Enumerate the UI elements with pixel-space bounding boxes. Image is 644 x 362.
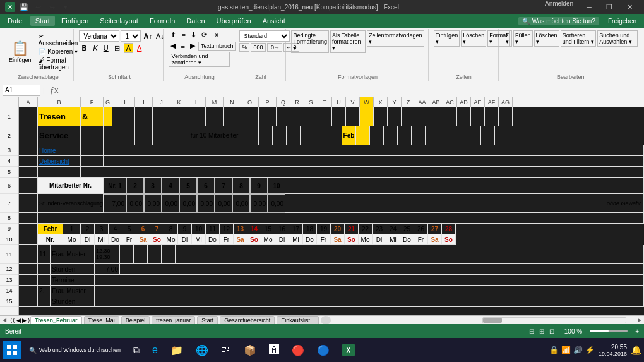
cell-11d2[interactable] [120, 245, 134, 264]
menu-einfuegen[interactable]: Einfügen [56, 16, 93, 26]
search-taskbar[interactable]: 🔍 Web und Windows durchsuchen [24, 339, 126, 361]
cell-d3[interactable]: 3 [95, 224, 109, 234]
cell-P7[interactable]: 0,00 [250, 194, 268, 213]
clock[interactable]: 20:55 19.04.2016 [599, 344, 627, 357]
cell-Q6[interactable]: 10 [268, 178, 285, 194]
border-btn[interactable]: ⊞ [112, 44, 122, 53]
cell-d25[interactable]: 25 [400, 224, 414, 234]
cell-15rest[interactable] [95, 296, 644, 307]
cell-T2[interactable] [301, 126, 314, 145]
cell-nr11[interactable]: 11. [38, 245, 51, 264]
minimize-btn[interactable]: ─ [580, 0, 599, 14]
page-break-btn[interactable]: ⊞ [539, 328, 544, 335]
cell-G2[interactable] [104, 126, 112, 145]
cell-T1[interactable] [318, 107, 332, 126]
cell-11d6[interactable] [176, 245, 189, 264]
cell-wd5[interactable]: Fr [122, 234, 136, 245]
cell-W2[interactable]: Feb [342, 126, 356, 145]
cell-L7[interactable]: 0,00 [179, 194, 197, 213]
row-num-10[interactable]: 10 [0, 234, 18, 245]
cell-nr12[interactable] [38, 264, 51, 275]
edge-btn[interactable]: e [147, 339, 163, 361]
col-P[interactable]: P [259, 97, 277, 107]
menu-formeln[interactable]: Formeln [145, 16, 180, 26]
cell-wd3[interactable]: Mi [95, 234, 109, 245]
cell-nr14[interactable]: 2. [38, 286, 51, 296]
cell-nr13[interactable] [38, 275, 51, 286]
formula-input[interactable] [63, 87, 641, 94]
col-AE[interactable]: AE [471, 97, 485, 107]
row-num-1[interactable]: 1 [0, 107, 18, 126]
percent-btn[interactable]: % [239, 43, 249, 52]
cell-Z2[interactable] [384, 126, 398, 145]
cell-d7[interactable]: 7 [150, 224, 164, 234]
cell-S2[interactable] [287, 126, 301, 145]
cell-P6[interactable]: 9 [250, 178, 268, 194]
cell-F3[interactable] [81, 145, 104, 156]
notifications-btn[interactable]: 🔔 [631, 345, 641, 355]
cell-P1[interactable] [259, 107, 277, 126]
cell-F1[interactable]: & [81, 107, 104, 126]
cell-B9[interactable]: Febr [38, 224, 63, 234]
cell-K1[interactable] [170, 107, 188, 126]
cell-A14[interactable] [19, 286, 38, 296]
insert-cells-btn[interactable]: Einfügen ▾ [434, 30, 460, 47]
cell-d6[interactable]: 6 [136, 224, 150, 234]
page-layout-btn[interactable]: ⊟ [529, 328, 534, 335]
restore-btn[interactable]: ❐ [600, 0, 619, 14]
cell-AD1[interactable] [457, 107, 471, 126]
align-top-btn[interactable]: ⬆ [169, 30, 178, 40]
conditional-format-btn[interactable]: Bedingte Formatierung ▾ [291, 30, 329, 53]
cell-wd20[interactable]: Sa [331, 234, 345, 245]
row-num-4[interactable]: 4 [0, 156, 18, 167]
name-box[interactable]: A1 [3, 85, 40, 96]
cell-d20[interactable]: 20 [331, 224, 345, 234]
col-AA[interactable]: AA [415, 97, 429, 107]
col-I[interactable]: I [135, 97, 153, 107]
tray-icon-2[interactable]: 📶 [561, 346, 571, 354]
cell-A10[interactable] [19, 234, 38, 245]
align-center-btn[interactable]: ≡ [179, 42, 186, 51]
cell-AC2[interactable] [426, 126, 439, 145]
cell-rest7[interactable]: ohne Gewähr [285, 194, 644, 213]
cell-wd14[interactable]: So [247, 234, 261, 245]
col-A[interactable]: A [19, 97, 38, 107]
cell-wd19[interactable]: Fr [317, 234, 331, 245]
scroll-next-btn[interactable]: ▶ [22, 317, 27, 323]
cell-AD2[interactable] [439, 126, 453, 145]
cell-V2[interactable] [328, 126, 342, 145]
cell-U1[interactable] [332, 107, 346, 126]
increase-decimal-btn[interactable]: .0→ [267, 43, 283, 52]
cell-d18[interactable]: 18 [303, 224, 317, 234]
cell-AF2[interactable] [467, 126, 481, 145]
cell-14rest[interactable] [95, 286, 644, 296]
cell-B5[interactable] [38, 167, 81, 178]
cell-wd27[interactable]: Sa [428, 234, 442, 245]
cell-B6[interactable]: Mitarbeiter Nr. [38, 178, 104, 194]
cell-A2[interactable] [19, 126, 38, 145]
align-right-btn[interactable]: ▶ [188, 41, 197, 51]
cell-wd18[interactable]: Do [303, 234, 317, 245]
cell-A8[interactable] [19, 213, 38, 224]
cell-wd21[interactable]: So [345, 234, 359, 245]
row-num-8[interactable]: 8 [0, 213, 18, 224]
cell-M7[interactable]: 0,00 [197, 194, 215, 213]
align-left-btn[interactable]: ◀ [169, 41, 177, 51]
col-B[interactable]: B [38, 97, 81, 107]
menu-ansicht[interactable]: Ansicht [258, 16, 290, 26]
thousands-btn[interactable]: 000 [251, 43, 265, 52]
merge-btn[interactable]: Verbinden und zentrieren ▾ [169, 52, 230, 67]
bold-btn[interactable]: B [79, 43, 89, 53]
cell-B1[interactable]: Tresen [38, 107, 81, 126]
tab-gesamtuebersicht[interactable]: Gesamtuebersicht [220, 316, 275, 325]
cell-A4[interactable] [19, 156, 38, 167]
dropbox-btn[interactable]: 📦 [239, 339, 261, 361]
wrap-text-btn[interactable]: Textumbruch [198, 42, 236, 51]
col-AG[interactable]: AG [499, 97, 513, 107]
cell-Q2[interactable] [259, 126, 273, 145]
cell-d14[interactable]: 14 [247, 224, 261, 234]
freigeben-btn[interactable]: Freigeben [603, 16, 641, 26]
cell-O7[interactable]: 0,00 [232, 194, 250, 213]
cell-J2[interactable] [153, 126, 170, 145]
page-view-btn[interactable]: ⊡ [549, 328, 554, 335]
